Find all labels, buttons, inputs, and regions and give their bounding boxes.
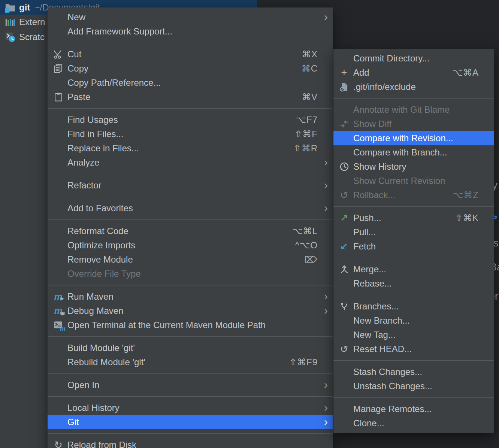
external-libraries-icon [4, 16, 16, 28]
submenu-chevron-icon: › [324, 291, 328, 302]
menu-item-label: Reformat Code [67, 226, 128, 236]
paste-icon [52, 91, 64, 103]
menu-item-unstash-changes[interactable]: Unstash Changes... [333, 379, 494, 393]
menu-item-add-framework-support[interactable]: Add Framework Support... [48, 24, 333, 39]
menu-item-label: Reload from Disk [67, 440, 136, 448]
menu-item-find-in-files[interactable]: Find in Files...⇧⌘F [48, 127, 333, 141]
tree-item-label: Scratc [19, 32, 45, 42]
menu-item-label: Fetch [353, 241, 376, 252]
menu-item-show-current-revision: Show Current Revision [333, 174, 494, 188]
menu-item-find-usages[interactable]: Find Usages⌥F7 [48, 113, 333, 127]
menu-item-shortcut: ⌥⌘L [292, 226, 318, 236]
menu-item-pull[interactable]: Pull... [333, 225, 494, 239]
menu-item-reset-head[interactable]: ↺Reset HEAD... [333, 342, 494, 356]
menu-section: m▶Run Maven›mDebug Maven›mOpen Terminal … [48, 285, 333, 336]
menu-item-stash-changes[interactable]: Stash Changes... [333, 365, 494, 379]
menu-item-paste[interactable]: Paste⌘V [48, 90, 333, 104]
menu-item-remove-module[interactable]: Remove Module⌦ [48, 252, 333, 267]
menu-item-label: Stash Changes... [353, 367, 422, 377]
submenu-chevron-icon: › [324, 157, 328, 168]
diff-icon [338, 118, 350, 130]
menu-item-add-to-favorites[interactable]: Add to Favorites› [48, 201, 333, 215]
menu-item-open-in[interactable]: Open In› [48, 378, 333, 392]
menu-item-copy[interactable]: Copy⌘C [48, 61, 333, 76]
menu-item-new-branch[interactable]: New Branch... [333, 314, 494, 328]
menu-item-git-info-exclude[interactable]: .git/info/exclude [333, 80, 494, 94]
menu-item-show-history[interactable]: Show History [333, 160, 494, 174]
menu-item-compare-with-revision[interactable]: Compare with Revision... [333, 131, 494, 145]
menu-item-push[interactable]: ↗Push...⇧⌘K [333, 211, 494, 225]
menu-item-manage-remotes[interactable]: Manage Remotes... [333, 402, 494, 416]
submenu-chevron-icon: › [324, 379, 328, 390]
menu-section: Stash Changes...Unstash Changes... [333, 360, 494, 397]
menu-item-copy-path-reference[interactable]: Copy Path/Reference... [48, 76, 333, 90]
menu-item-label: Open In [67, 380, 99, 390]
menu-item-optimize-imports[interactable]: Optimize Imports^⌥O [48, 238, 333, 252]
menu-item-label: Unstash Changes... [353, 381, 432, 391]
menu-item-shortcut: ⌥⌘A [452, 67, 479, 78]
menu-item-rebuild-module-git[interactable]: Rebuild Module 'git'⇧⌘F9 [48, 355, 333, 369]
ide-screen: { "colors": { "menu_background": "#3D404… [0, 0, 499, 448]
menu-item-label: Rebuild Module 'git' [67, 357, 145, 367]
menu-section: Commit Directory...+Add⌥⌘A.git/info/excl… [333, 51, 494, 98]
menu-item-branches[interactable]: Branches... [333, 299, 494, 314]
menu-section: Manage Remotes...Clone... [333, 397, 494, 430]
menu-item-label: Rollback... [353, 190, 395, 200]
menu-item-replace-in-files[interactable]: Replace in Files...⇧⌘R [48, 141, 333, 155]
branch-icon [338, 300, 350, 312]
menu-item-label: Run Maven [67, 291, 114, 302]
menu-item-clone[interactable]: Clone... [333, 416, 494, 430]
menu-item-analyze[interactable]: Analyze› [48, 155, 333, 170]
menu-item-label: Cut [67, 49, 81, 60]
menu-item-label: Copy [67, 63, 88, 74]
menu-item-fetch[interactable]: ↙Fetch [333, 239, 494, 254]
rollback-icon: ↺ [338, 189, 350, 201]
menu-item-label: Compare with Branch... [353, 147, 447, 158]
menu-item-label: Push... [353, 213, 381, 223]
menu-item-label: Open Terminal at the Current Maven Modul… [67, 320, 266, 330]
menu-item-new-tag[interactable]: New Tag... [333, 328, 494, 342]
menu-item-label: Add Framework Support... [67, 26, 172, 37]
menu-item-rollback: ↺Rollback...⌥⌘Z [333, 188, 494, 202]
menu-item-rebase[interactable]: Rebase... [333, 276, 494, 291]
menu-item-label: Clone... [353, 418, 384, 429]
menu-item-open-terminal-at-the-current-maven-module-path[interactable]: mOpen Terminal at the Current Maven Modu… [48, 318, 333, 332]
menu-item-label: Annotate with Git Blame [353, 105, 450, 115]
menu-section: Local History›Git› [48, 396, 333, 433]
menu-item-label: Show Diff [353, 119, 391, 129]
menu-item-shortcut: ⌥F7 [296, 115, 318, 125]
menu-item-label: Local History [67, 403, 120, 413]
run-maven-icon: m▶ [52, 291, 64, 303]
menu-item-label: Find in Files... [67, 129, 123, 139]
menu-item-shortcut: ⌘X [302, 49, 318, 60]
merge-icon [338, 263, 350, 275]
menu-item-label: New Tag... [353, 330, 396, 340]
submenu-chevron-icon: › [324, 402, 328, 413]
submenu-chevron-icon: › [324, 11, 328, 22]
menu-item-label: Paste [67, 92, 90, 102]
menu-item-refactor[interactable]: Refactor› [48, 178, 333, 193]
menu-item-compare-with-branch[interactable]: Compare with Branch... [333, 145, 494, 160]
menu-item-label: Compare with Revision... [353, 133, 453, 143]
menu-item-shortcut: ⇧⌘K [455, 213, 479, 223]
sidebar-background [0, 0, 48, 448]
menu-item-merge[interactable]: Merge... [333, 262, 494, 276]
menu-item-label: Remove Module [67, 254, 133, 265]
menu-item-label: .git/info/exclude [353, 82, 416, 92]
menu-item-debug-maven[interactable]: mDebug Maven› [48, 304, 333, 318]
menu-item-add[interactable]: +Add⌥⌘A [333, 66, 494, 80]
menu-item-run-maven[interactable]: m▶Run Maven› [48, 290, 333, 304]
menu-item-commit-directory[interactable]: Commit Directory... [333, 51, 494, 66]
tree-item-name: git [19, 2, 30, 13]
menu-item-cut[interactable]: Cut⌘X [48, 47, 333, 61]
menu-item-git[interactable]: Git› [48, 415, 333, 429]
menu-item-reformat-code[interactable]: Reformat Code⌥⌘L [48, 224, 333, 238]
git-submenu: Commit Directory...+Add⌥⌘A.git/info/excl… [333, 49, 494, 433]
menu-item-new[interactable]: New› [48, 10, 333, 24]
menu-item-build-module-git[interactable]: Build Module 'git' [48, 341, 333, 355]
submenu-chevron-icon: › [324, 416, 328, 427]
menu-section: ↻Reload from Disk [48, 433, 333, 448]
menu-item-reload-from-disk[interactable]: ↻Reload from Disk [48, 438, 333, 448]
menu-item-local-history[interactable]: Local History› [48, 401, 333, 415]
menu-item-annotate-with-git-blame: Annotate with Git Blame [333, 103, 494, 117]
